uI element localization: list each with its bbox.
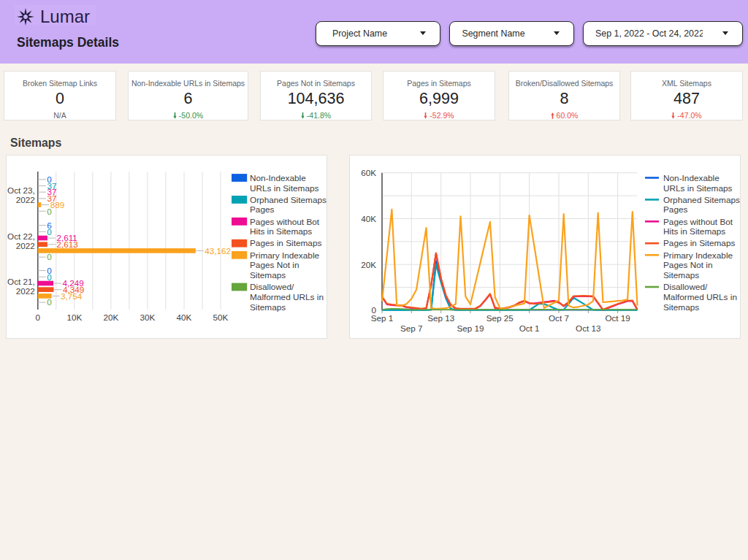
- svg-text:Hits in Sitemaps: Hits in Sitemaps: [663, 226, 725, 237]
- svg-text:Pages in Sitemaps: Pages in Sitemaps: [663, 238, 735, 248]
- svg-text:Pages Not in: Pages Not in: [250, 260, 299, 270]
- svg-text:0: 0: [36, 312, 41, 322]
- svg-text:20K: 20K: [361, 260, 376, 269]
- svg-text:Primary Indexable: Primary Indexable: [663, 250, 733, 261]
- svg-text:URLs in Sitemaps: URLs in Sitemaps: [663, 183, 733, 193]
- svg-text:Oct 1: Oct 1: [519, 323, 540, 333]
- svg-text:Pages Not in: Pages Not in: [663, 260, 713, 270]
- svg-text:Hits in Sitemaps: Hits in Sitemaps: [250, 226, 312, 237]
- svg-text:2,613: 2,613: [56, 239, 77, 249]
- svg-text:2022: 2022: [16, 241, 35, 250]
- svg-text:Oct 21,: Oct 21,: [7, 277, 35, 286]
- svg-text:0: 0: [47, 252, 52, 261]
- svg-text:Pages without Bot: Pages without Bot: [250, 217, 320, 227]
- svg-text:Pages without Bot: Pages without Bot: [663, 217, 733, 227]
- svg-text:0: 0: [47, 297, 52, 307]
- svg-text:3,754: 3,754: [61, 291, 83, 301]
- svg-text:Oct 13: Oct 13: [576, 323, 600, 333]
- svg-text:Pages: Pages: [663, 204, 688, 215]
- svg-text:Sitemaps: Sitemaps: [663, 302, 699, 312]
- svg-text:0: 0: [47, 272, 52, 282]
- svg-text:2022: 2022: [16, 195, 35, 204]
- svg-text:43,162: 43,162: [205, 246, 231, 256]
- svg-text:Non-Indexable: Non-Indexable: [250, 173, 306, 183]
- svg-text:Oct 22,: Oct 22,: [7, 231, 35, 241]
- svg-text:40K: 40K: [177, 312, 192, 322]
- svg-text:Oct 23,: Oct 23,: [7, 185, 35, 195]
- svg-text:Malformed URLs in: Malformed URLs in: [663, 292, 737, 302]
- svg-text:Oct 19: Oct 19: [605, 313, 630, 323]
- svg-text:Disallowed/: Disallowed/: [663, 282, 708, 292]
- svg-text:Sitemaps: Sitemaps: [250, 302, 286, 312]
- svg-text:30K: 30K: [140, 312, 156, 322]
- svg-text:Sep 1: Sep 1: [371, 313, 394, 323]
- svg-text:Orphaned Sitemaps: Orphaned Sitemaps: [663, 195, 740, 205]
- svg-text:Pages: Pages: [250, 204, 275, 215]
- svg-text:Disallowed/: Disallowed/: [250, 282, 294, 292]
- svg-text:0: 0: [47, 207, 52, 216]
- svg-text:10K: 10K: [66, 312, 82, 322]
- svg-text:50K: 50K: [213, 312, 229, 322]
- svg-text:Primary Indexable: Primary Indexable: [250, 250, 320, 261]
- svg-text:Sitemaps: Sitemaps: [250, 270, 286, 280]
- svg-text:40K: 40K: [361, 214, 376, 223]
- svg-text:Oct 7: Oct 7: [549, 313, 569, 323]
- svg-text:20K: 20K: [104, 312, 119, 322]
- svg-text:Non-Indexable: Non-Indexable: [663, 173, 720, 183]
- svg-text:2022: 2022: [16, 286, 35, 296]
- svg-text:Orphaned Sitemaps: Orphaned Sitemaps: [250, 195, 327, 205]
- svg-text:Sitemaps: Sitemaps: [663, 270, 699, 280]
- svg-text:889: 889: [50, 200, 65, 210]
- svg-text:Sep 25: Sep 25: [486, 313, 514, 323]
- svg-text:0: 0: [47, 227, 52, 237]
- svg-text:Sep 7: Sep 7: [400, 323, 423, 333]
- svg-text:Sep 13: Sep 13: [427, 313, 454, 323]
- svg-text:Sep 19: Sep 19: [457, 323, 484, 333]
- svg-text:URLs in Sitemaps: URLs in Sitemaps: [250, 183, 319, 193]
- svg-text:Pages in Sitemaps: Pages in Sitemaps: [250, 238, 321, 248]
- svg-text:60K: 60K: [361, 168, 376, 177]
- svg-text:Malformed URLs in: Malformed URLs in: [250, 292, 324, 302]
